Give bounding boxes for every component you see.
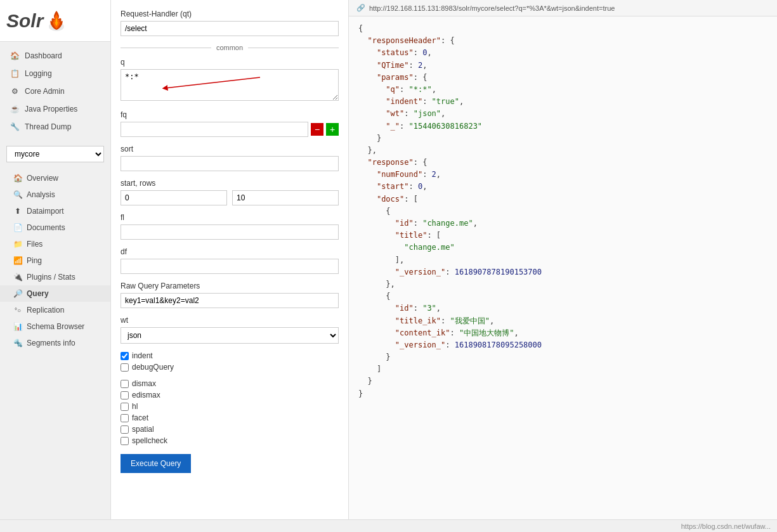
- status-text: https://blog.csdn.net/wufaw...: [681, 522, 771, 530]
- indent-label[interactable]: indent: [132, 351, 153, 360]
- start-rows-group: start, rows: [121, 179, 339, 205]
- thread-icon: 🔧: [10, 122, 20, 132]
- logo-text: Solr: [6, 10, 43, 32]
- raw-query-group: Raw Query Parameters: [121, 282, 339, 308]
- dismax-row: dismax: [121, 379, 339, 388]
- sidebar-item-label: Logging: [25, 69, 52, 78]
- sidebar-item-label: Dashboard: [25, 51, 62, 60]
- spellcheck-checkbox[interactable]: [121, 437, 129, 445]
- java-icon: ☕: [10, 104, 20, 114]
- sidebar-item-logging[interactable]: 📋 Logging: [0, 65, 110, 82]
- spatial-label[interactable]: spatial: [132, 425, 154, 434]
- core-admin-icon: ⚙: [10, 86, 20, 96]
- df-label: df: [121, 247, 339, 256]
- sort-group: sort: [121, 145, 339, 171]
- edismax-label[interactable]: edismax: [132, 391, 160, 399]
- hl-row: hl: [121, 402, 339, 411]
- sidebar-item-label: Thread Dump: [25, 122, 71, 131]
- sidebar-item-core-admin[interactable]: ⚙ Core Admin: [0, 82, 110, 100]
- raw-query-label: Raw Query Parameters: [121, 282, 339, 290]
- core-nav-label: Files: [27, 240, 42, 249]
- sort-input[interactable]: [121, 156, 339, 171]
- main-content: Request-Handler (qt) common q: [111, 0, 777, 519]
- fl-label: fl: [121, 213, 339, 222]
- core-nav-ping[interactable]: 📶 Ping: [0, 252, 110, 269]
- core-nav-label: Plugins / Stats: [27, 273, 75, 282]
- fq-add-button[interactable]: +: [326, 123, 339, 136]
- dismax-label[interactable]: dismax: [132, 379, 156, 388]
- fq-input[interactable]: [121, 122, 308, 137]
- facet-checkbox[interactable]: [121, 414, 129, 422]
- core-nav-query[interactable]: 🔎 Query: [0, 285, 110, 302]
- core-nav-label: Query: [27, 289, 49, 298]
- wt-select[interactable]: json xml csv: [121, 327, 339, 344]
- facet-label[interactable]: facet: [132, 413, 148, 422]
- results-panel: 🔗 http://192.168.115.131:8983/solr/mycor…: [349, 0, 777, 519]
- documents-icon: 📄: [13, 223, 23, 233]
- q-group: q: [121, 58, 339, 103]
- core-nav-label: Ping: [27, 256, 42, 265]
- dashboard-icon: 🏠: [10, 51, 20, 61]
- core-select[interactable]: mycore: [6, 146, 104, 162]
- indent-checkbox[interactable]: [121, 352, 129, 360]
- wt-group: wt json xml csv: [121, 316, 339, 344]
- df-input[interactable]: [121, 259, 339, 274]
- execute-query-button[interactable]: Execute Query: [121, 454, 191, 473]
- sidebar-item-thread-dump[interactable]: 🔧 Thread Dump: [0, 118, 110, 136]
- core-nav-label: Schema Browser: [27, 322, 84, 331]
- fq-remove-button[interactable]: −: [311, 123, 323, 136]
- common-label: common: [211, 44, 248, 51]
- edismax-checkbox[interactable]: [121, 391, 129, 399]
- start-rows-inputs: [121, 190, 339, 205]
- rows-input[interactable]: [232, 190, 339, 205]
- core-nav-overview[interactable]: 🏠 Overview: [0, 170, 110, 186]
- core-nav-files[interactable]: 📁 Files: [0, 236, 110, 252]
- logo-area: Solr: [0, 0, 110, 42]
- core-nav-label: Overview: [27, 174, 58, 183]
- fq-group: fq − +: [121, 110, 339, 137]
- sidebar-item-java-properties[interactable]: ☕ Java Properties: [0, 100, 110, 118]
- core-nav-schema-browser[interactable]: 📊 Schema Browser: [0, 318, 110, 335]
- core-nav-analysis[interactable]: 🔍 Analysis: [0, 186, 110, 203]
- status-bar: https://blog.csdn.net/wufaw...: [0, 519, 777, 532]
- core-nav-plugins[interactable]: 🔌 Plugins / Stats: [0, 269, 110, 285]
- fl-group: fl: [121, 213, 339, 240]
- core-selector[interactable]: mycore: [6, 146, 104, 162]
- dataimport-icon: ⬆: [13, 206, 23, 216]
- sidebar-item-label: Java Properties: [25, 105, 77, 114]
- start-input[interactable]: [121, 190, 227, 205]
- analysis-icon: 🔍: [13, 190, 23, 200]
- core-nav-label: Segments info: [27, 339, 75, 347]
- debug-query-label[interactable]: debugQuery: [132, 363, 174, 372]
- fl-input[interactable]: [121, 224, 339, 240]
- sidebar-item-dashboard[interactable]: 🏠 Dashboard: [0, 47, 110, 65]
- core-nav-label: Dataimport: [27, 207, 64, 216]
- query-panel: Request-Handler (qt) common q: [111, 0, 349, 519]
- start-rows-label: start, rows: [121, 179, 339, 188]
- hl-checkbox[interactable]: [121, 403, 129, 411]
- top-nav: 🏠 Dashboard 📋 Logging ⚙ Core Admin ☕ Jav…: [0, 42, 110, 141]
- core-nav-segments-info[interactable]: 🔩 Segments info: [0, 335, 110, 351]
- core-nav-dataimport[interactable]: ⬆ Dataimport: [0, 203, 110, 219]
- core-nav-documents[interactable]: 📄 Documents: [0, 219, 110, 236]
- indent-row: indent: [121, 351, 339, 360]
- sidebar: Solr 🏠 Dashboard 📋 Logging ⚙: [0, 0, 111, 519]
- dismax-checkbox[interactable]: [121, 380, 129, 388]
- handler-input[interactable]: [121, 21, 339, 36]
- debug-query-row: debugQuery: [121, 363, 339, 372]
- spellcheck-label[interactable]: spellcheck: [132, 436, 167, 445]
- logging-icon: 📋: [10, 68, 20, 79]
- handler-label: Request-Handler (qt): [121, 10, 339, 18]
- facet-row: facet: [121, 413, 339, 422]
- results-url: http://192.168.115.131:8983/solr/mycore/…: [369, 4, 615, 12]
- sort-label: sort: [121, 145, 339, 153]
- wt-label: wt: [121, 316, 339, 325]
- debug-query-checkbox[interactable]: [121, 363, 129, 372]
- raw-query-input[interactable]: [121, 293, 339, 308]
- edismax-row: edismax: [121, 391, 339, 399]
- spatial-checkbox[interactable]: [121, 425, 129, 434]
- hl-label[interactable]: hl: [132, 402, 138, 411]
- q-input[interactable]: [121, 69, 339, 101]
- core-nav-replication[interactable]: °○ Replication: [0, 302, 110, 318]
- segments-icon: 🔩: [13, 338, 23, 348]
